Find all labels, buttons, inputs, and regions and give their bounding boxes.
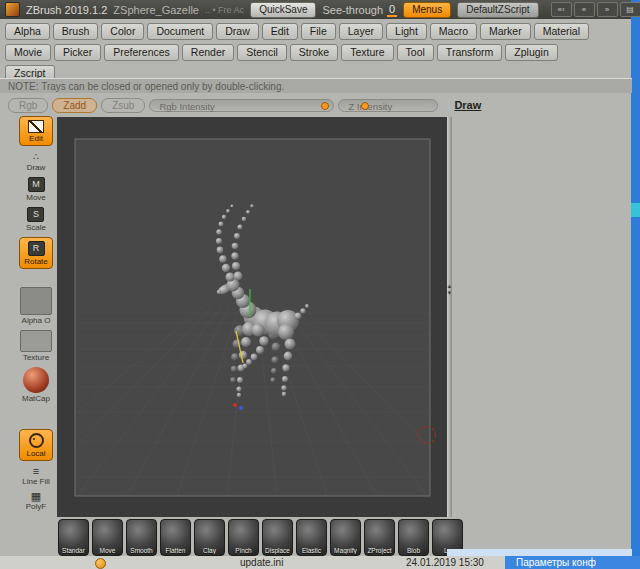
menu-render[interactable]: Render — [182, 44, 234, 61]
viewport-render — [57, 117, 447, 517]
os-taskbar-edge — [631, 0, 640, 569]
rgb-intensity-label: Rgb Intensity — [159, 101, 214, 112]
texture-label: Texture — [23, 353, 49, 362]
brush-smooth[interactable]: Smooth — [126, 519, 157, 556]
brush-zproject[interactable]: ZProject — [364, 519, 395, 556]
menu-stroke[interactable]: Stroke — [290, 44, 338, 61]
taskbar-window-button[interactable]: Параметры конф — [505, 556, 640, 569]
menu-texture[interactable]: Texture — [341, 44, 393, 61]
menu-marker[interactable]: Marker — [480, 23, 531, 40]
rgb-intensity-thumb[interactable] — [321, 102, 329, 110]
app-title: ZBrush 2019.1.2 — [26, 4, 107, 16]
zadd-toggle[interactable]: Zadd — [52, 98, 97, 113]
draw-label: Draw — [27, 163, 46, 172]
menu-color[interactable]: Color — [101, 23, 144, 40]
menu-draw[interactable]: Draw — [216, 23, 259, 40]
rotate-gyro-icon: R — [28, 241, 45, 256]
brush-flatten[interactable]: Flatten — [160, 519, 191, 556]
local-symmetry-button[interactable]: Local — [19, 429, 53, 461]
menu-picker[interactable]: Picker — [54, 44, 101, 61]
menu-edit[interactable]: Edit — [262, 23, 298, 40]
edit-label: Edit — [29, 134, 43, 143]
alpha-selector[interactable]: Alpha O — [20, 287, 52, 325]
material-selector[interactable]: MatCap — [22, 367, 50, 403]
quicksave-button[interactable]: QuickSave — [250, 2, 316, 18]
brush-elastic[interactable]: Elastic — [296, 519, 327, 556]
doc-panel-icon[interactable]: ▤ — [620, 2, 640, 17]
zbrush-window: ZBrush 2019.1.2 ZSphere_Gazelle .. • Fre… — [0, 0, 640, 569]
see-through-slider[interactable]: See-through 0 — [322, 3, 397, 17]
nav-right-icon[interactable]: » — [597, 2, 618, 17]
file-icon — [95, 558, 106, 569]
tray-scroll-down-icon[interactable]: ▼ — [445, 290, 454, 297]
draw-options-bar: Rgb Zadd Zsub Rgb Intensity Z Intensity … — [8, 97, 628, 113]
brush-displace[interactable]: Displace — [262, 519, 293, 556]
scale-button[interactable]: S Scale — [26, 207, 46, 232]
rgb-toggle[interactable]: Rgb — [8, 98, 48, 113]
menu-brush[interactable]: Brush — [53, 23, 98, 40]
rotate-label: Rotate — [24, 257, 48, 266]
nav-left-fast-icon[interactable]: «‹ — [551, 2, 572, 17]
polyframe-button[interactable]: ▦ PolyF — [26, 491, 46, 511]
draw-mode-link[interactable]: Draw — [454, 99, 481, 111]
brush-move[interactable]: Move — [92, 519, 123, 556]
menu-zplugin[interactable]: Zplugin — [505, 44, 557, 61]
right-tray-divider[interactable] — [447, 117, 452, 517]
nav-left-icon[interactable]: « — [574, 2, 595, 17]
z-intensity-thumb[interactable] — [361, 102, 369, 110]
menu-document[interactable]: Document — [147, 23, 213, 40]
tray-note: NOTE: Trays can be closed or opened only… — [0, 78, 632, 93]
menu-macro[interactable]: Macro — [430, 23, 477, 40]
menu-row-1: Alpha Brush Color Document Draw Edit Fil… — [5, 23, 620, 40]
menu-layer[interactable]: Layer — [339, 23, 383, 40]
scale-label: Scale — [26, 223, 46, 232]
left-toolbar: Edit ∴ Draw M Move S Scale R Rotate Alph… — [16, 116, 56, 511]
brush-magnify[interactable]: Magnify — [330, 519, 361, 556]
menu-tool[interactable]: Tool — [397, 44, 434, 61]
menu-light[interactable]: Light — [386, 23, 427, 40]
z-intensity-slider[interactable]: Z Intensity — [338, 99, 438, 112]
draw-button[interactable]: ∴ Draw — [27, 151, 46, 172]
explorer-file-date: 24.01.2019 15:30 — [406, 556, 484, 569]
explorer-file-name[interactable]: update.ini — [240, 556, 283, 569]
zsub-toggle[interactable]: Zsub — [101, 98, 145, 113]
line-fill-label: Line Fill — [22, 477, 50, 486]
menu-file[interactable]: File — [301, 23, 336, 40]
brush-standard[interactable]: Standar — [58, 519, 89, 556]
default-zscript-button[interactable]: DefaultZScript — [457, 2, 538, 18]
menu-bar: Alpha Brush Color Document Draw Edit Fil… — [5, 23, 620, 86]
menu-transform[interactable]: Transform — [437, 44, 502, 61]
menu-movie[interactable]: Movie — [5, 44, 51, 61]
line-fill-button[interactable]: ≡ Line Fill — [22, 466, 50, 486]
tray-scroll-up-icon[interactable]: ▲ — [445, 283, 454, 290]
line-fill-icon: ≡ — [33, 466, 39, 476]
matcap-sphere-icon — [23, 367, 49, 393]
matcap-label: MatCap — [22, 394, 50, 403]
rotate-button[interactable]: R Rotate — [19, 237, 53, 269]
menu-preferences[interactable]: Preferences — [104, 44, 179, 61]
edit-button[interactable]: Edit — [19, 116, 53, 146]
document-subtitle: .. • Fre Ac — [205, 5, 244, 15]
menu-alpha[interactable]: Alpha — [5, 23, 50, 40]
viewport-3d[interactable] — [57, 117, 447, 517]
brush-pinch[interactable]: Pinch — [228, 519, 259, 556]
move-button[interactable]: M Move — [26, 177, 46, 202]
os-taskbar-accent — [631, 203, 640, 217]
move-label: Move — [26, 193, 46, 202]
z-intensity-label: Z Intensity — [348, 101, 392, 112]
brush-clay[interactable]: Clay — [194, 519, 225, 556]
menu-material[interactable]: Material — [534, 23, 589, 40]
menu-stencil[interactable]: Stencil — [237, 44, 287, 61]
brush-blob[interactable]: Blob — [398, 519, 429, 556]
polyframe-label: PolyF — [26, 502, 46, 511]
zbrush-logo-icon — [5, 2, 20, 17]
rgb-intensity-slider[interactable]: Rgb Intensity — [149, 99, 334, 112]
alpha-thumbnail — [20, 287, 52, 315]
see-through-value: 0 — [387, 3, 397, 17]
brush-strip: Standar Move Smooth Flatten Clay Pinch D… — [58, 519, 463, 556]
right-tray-scroll[interactable]: ▲ ▼ — [445, 283, 454, 297]
menus-button[interactable]: Menus — [403, 2, 451, 18]
local-pivot-icon — [29, 433, 44, 448]
texture-selector[interactable]: Texture — [20, 330, 52, 362]
menu-row-2: Movie Picker Preferences Render Stencil … — [5, 44, 620, 61]
